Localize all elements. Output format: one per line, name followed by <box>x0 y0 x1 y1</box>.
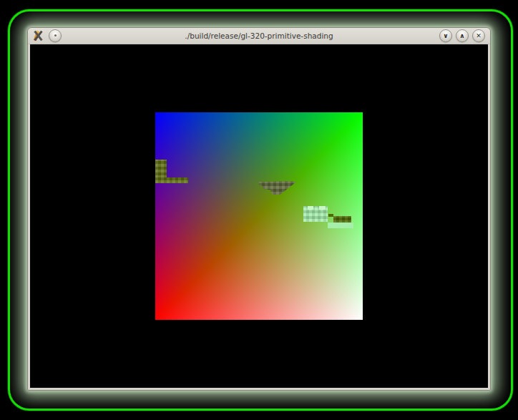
desktop-background: ./build/release/gl-320-primitive-shading… <box>0 0 518 420</box>
render-artifact-mint-highlight <box>308 206 313 210</box>
render-artifact-left-bar <box>155 177 188 183</box>
window-menu-button[interactable] <box>49 29 62 42</box>
render-artifact-mint-strip <box>328 223 353 228</box>
x11-app-icon[interactable] <box>33 30 44 41</box>
render-artifact-center-triangle <box>259 181 296 195</box>
close-button[interactable]: ✕ <box>472 29 485 42</box>
window-title: ./build/release/gl-320-primitive-shading <box>28 31 490 40</box>
titlebar[interactable]: ./build/release/gl-320-primitive-shading… <box>28 28 490 44</box>
rgb-interpolated-quad <box>155 112 363 320</box>
render-artifact-mint-highlight <box>319 206 326 210</box>
minimize-button[interactable]: ∨ <box>439 29 452 42</box>
render-artifact-olive-nub <box>328 214 333 217</box>
opengl-viewport <box>30 44 488 388</box>
render-artifact-left-vertical <box>155 160 167 178</box>
maximize-button[interactable]: ∧ <box>456 29 469 42</box>
window-glow-border: ./build/release/gl-320-primitive-shading… <box>8 9 513 411</box>
window-controls: ∨ ∧ ✕ <box>439 29 485 42</box>
window: ./build/release/gl-320-primitive-shading… <box>27 27 491 391</box>
